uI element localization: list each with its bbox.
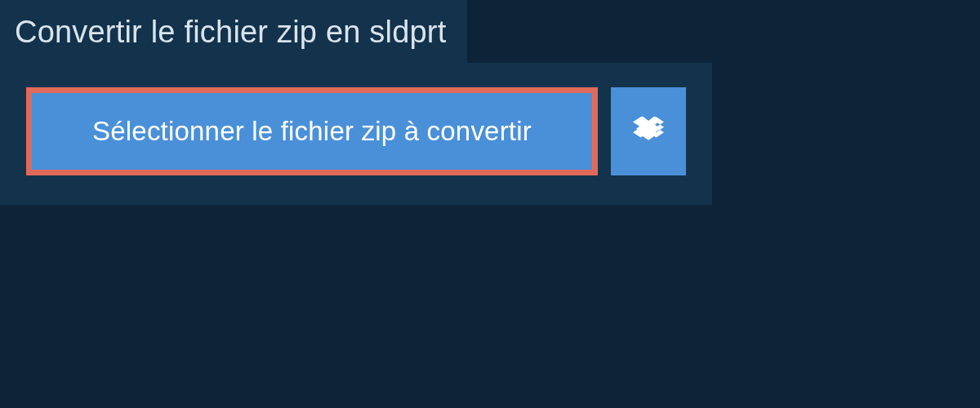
dropbox-button[interactable] xyxy=(611,87,686,175)
select-file-label: Sélectionner le fichier zip à convertir xyxy=(92,116,532,147)
upload-panel: Sélectionner le fichier zip à convertir xyxy=(0,63,712,205)
page-title: Convertir le fichier zip en sldprt xyxy=(15,15,446,49)
page-title-tab: Convertir le fichier zip en sldprt xyxy=(0,0,467,63)
select-file-button[interactable]: Sélectionner le fichier zip à convertir xyxy=(26,87,598,175)
dropbox-icon xyxy=(633,114,664,149)
upload-row: Sélectionner le fichier zip à convertir xyxy=(0,63,712,205)
